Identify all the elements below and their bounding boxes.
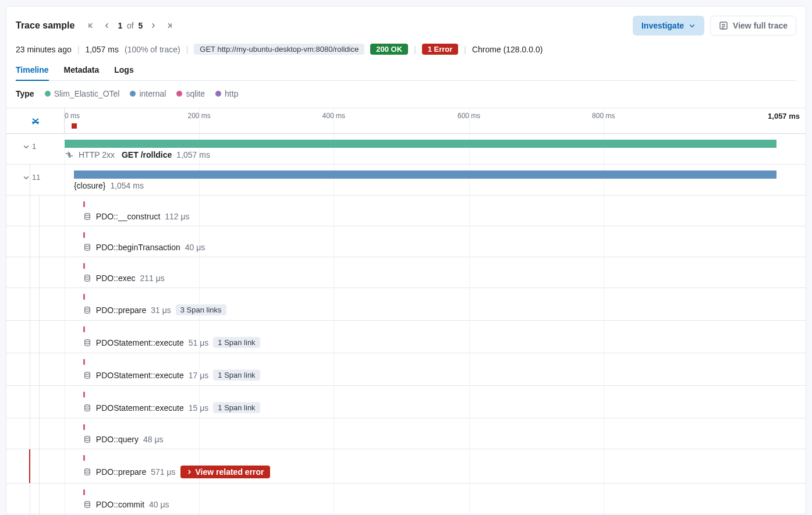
svg-point-2 <box>84 244 90 247</box>
svg-point-7 <box>84 404 90 407</box>
span-duration: 48 μs <box>143 435 164 444</box>
axis-tick: 0 ms <box>65 112 80 120</box>
legend-dot-icon <box>176 91 182 97</box>
timeline: 0 ms 200 ms 400 ms 600 ms 800 ms 1,057 m… <box>6 108 806 515</box>
tab-logs[interactable]: Logs <box>114 65 133 80</box>
span-row[interactable]: PDO::prepare 31 μs 3 Span links <box>6 288 806 321</box>
pager-next-icon[interactable] <box>147 21 159 30</box>
span-bar[interactable] <box>83 326 85 332</box>
span-row[interactable]: PDOStatement::execute 15 μs 1 Span link <box>6 386 806 418</box>
span-bar[interactable] <box>83 359 85 365</box>
span-duration: 211 μs <box>140 274 165 283</box>
database-icon <box>83 306 91 314</box>
database-icon <box>83 212 91 221</box>
tab-metadata[interactable]: Metadata <box>64 65 100 80</box>
span-links-badge[interactable]: 1 Span link <box>213 337 260 348</box>
row-toggle[interactable]: 1 <box>23 142 36 151</box>
span-duration: 15 μs <box>189 403 209 413</box>
span-row[interactable]: 11 {closure} 1,054 ms <box>6 165 806 196</box>
summary-percent: (100% of trace) <box>125 45 180 54</box>
view-related-error-button[interactable]: View related error <box>180 466 270 478</box>
svg-point-6 <box>84 372 90 374</box>
span-bar[interactable] <box>65 140 776 148</box>
axis-tick: 600 ms <box>458 112 480 120</box>
pager-total: 5 <box>138 21 143 30</box>
legend-item[interactable]: http <box>215 89 238 98</box>
span-name: PDOStatement::execute <box>96 338 184 347</box>
span-duration: 1,057 ms <box>176 150 210 159</box>
span-bar[interactable] <box>83 201 85 207</box>
span-links-badge[interactable]: 3 Span links <box>176 304 226 315</box>
span-row[interactable]: PDOStatement::execute 51 μs 1 Span link <box>6 321 806 353</box>
tabs: Timeline Metadata Logs <box>16 65 796 81</box>
timeline-axis: 0 ms 200 ms 400 ms 600 ms 800 ms 1,057 m… <box>6 108 806 134</box>
span-bar[interactable] <box>83 294 85 300</box>
summary-duration: 1,057 ms <box>85 45 119 54</box>
axis-error-marker-icon[interactable] <box>72 123 77 129</box>
view-full-trace-button[interactable]: View full trace <box>710 16 796 35</box>
span-links-badge[interactable]: 1 Span link <box>213 402 260 413</box>
summary-error-pill[interactable]: 1 Error <box>422 44 459 55</box>
pager: 1 of 5 <box>85 21 175 30</box>
span-duration: 1,054 ms <box>110 181 144 190</box>
span-row[interactable]: PDO::beginTransaction 40 μs <box>6 226 806 257</box>
investigate-button[interactable]: Investigate <box>633 16 704 35</box>
summary-status-pill: 200 OK <box>370 44 408 55</box>
span-duration: 112 μs <box>165 212 189 221</box>
summary-request-pill: GET http://my-ubuntu-desktop-vm:8080/rol… <box>194 44 364 55</box>
legend-text: http <box>225 89 238 98</box>
database-icon <box>83 371 91 379</box>
database-icon <box>83 404 91 412</box>
database-icon <box>83 274 91 282</box>
axis-tick: 800 ms <box>592 112 615 120</box>
span-name: PDO::query <box>96 435 139 444</box>
span-name: GET /rolldice <box>122 150 172 159</box>
legend-dot-icon <box>215 91 221 97</box>
pager-prev-icon[interactable] <box>101 21 113 30</box>
span-duration: 51 μs <box>189 338 209 347</box>
span-bar[interactable] <box>83 489 85 495</box>
span-row[interactable]: PDO::commit 40 μs <box>6 484 806 514</box>
span-row[interactable]: 1 HTTP 2xx GET /rolldice 1,057 ms <box>6 134 806 165</box>
legend-label: Type <box>16 89 34 98</box>
pager-first-icon[interactable] <box>85 21 97 30</box>
tab-timeline[interactable]: Timeline <box>16 65 49 80</box>
collapse-all-icon[interactable] <box>30 116 41 126</box>
span-row[interactable]: PDO::query 48 μs <box>6 418 806 449</box>
span-row[interactable]: PDO::exec 211 μs <box>6 257 806 288</box>
incoming-request-icon <box>65 150 74 159</box>
database-icon <box>83 243 91 251</box>
span-links-badge[interactable]: 1 Span link <box>213 370 260 381</box>
page-title: Trace sample <box>16 20 75 31</box>
span-bar[interactable] <box>83 263 85 269</box>
svg-point-4 <box>84 307 90 309</box>
span-bar[interactable] <box>74 171 776 179</box>
axis-end-label: 1,057 ms <box>768 112 800 120</box>
span-bar[interactable] <box>83 392 85 397</box>
span-bar[interactable] <box>83 455 85 461</box>
span-row[interactable]: PDO::prepare 571 μs View related error <box>6 449 806 484</box>
legend-item[interactable]: internal <box>130 89 166 98</box>
legend-dot-icon <box>45 91 51 97</box>
view-full-trace-label: View full trace <box>733 21 788 30</box>
legend-item[interactable]: sqlite <box>176 89 205 98</box>
legend-text: Slim_Elastic_OTel <box>54 89 120 98</box>
pager-last-icon[interactable] <box>164 21 175 30</box>
database-icon <box>83 468 91 476</box>
legend-dot-icon <box>130 91 136 97</box>
axis-tick: 200 ms <box>187 112 210 120</box>
span-duration: 571 μs <box>151 467 175 477</box>
svg-point-10 <box>84 502 90 504</box>
span-row[interactable]: PDO::__construct 112 μs <box>6 196 806 226</box>
span-row[interactable]: PDOStatement::execute 17 μs 1 Span link <box>6 353 806 386</box>
span-bar[interactable] <box>83 232 85 238</box>
row-child-count: 1 <box>32 142 36 151</box>
span-bar[interactable] <box>83 424 85 430</box>
row-toggle[interactable]: 11 <box>23 173 40 182</box>
legend-item[interactable]: Slim_Elastic_OTel <box>45 89 120 98</box>
span-name: PDO::exec <box>96 274 136 283</box>
span-prefix: HTTP 2xx <box>79 150 115 159</box>
legend: Type Slim_Elastic_OTel internal sqlite h… <box>16 81 796 108</box>
svg-point-5 <box>84 339 90 342</box>
span-duration: 40 μs <box>149 500 169 509</box>
